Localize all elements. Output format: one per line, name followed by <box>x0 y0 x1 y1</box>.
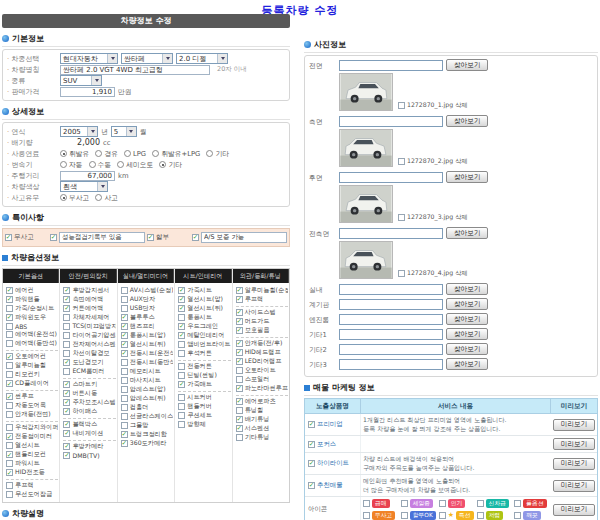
preview-button[interactable]: 미리보기 <box>553 438 595 450</box>
option-checkbox[interactable] <box>178 381 185 388</box>
chevron-down-icon[interactable] <box>91 76 101 85</box>
fuel-radio[interactable] <box>124 150 131 157</box>
transmission-radio[interactable] <box>159 161 166 168</box>
browse-button[interactable]: 찾아보기 <box>446 343 488 355</box>
badge-checkbox[interactable] <box>514 500 521 507</box>
badge-checkbox[interactable] <box>401 500 408 507</box>
browse-button[interactable]: 찾아보기 <box>446 328 488 340</box>
option-checkbox[interactable] <box>178 363 185 370</box>
chevron-down-icon[interactable] <box>126 127 136 136</box>
fuel-radio[interactable] <box>152 150 159 157</box>
option-checkbox[interactable] <box>121 305 128 312</box>
submodel-select[interactable]: 2.0 디젤 <box>176 53 228 64</box>
special-checkbox[interactable] <box>192 234 199 241</box>
special-checkbox[interactable] <box>5 234 12 241</box>
option-checkbox[interactable] <box>6 402 13 409</box>
option-checkbox[interactable] <box>121 431 128 438</box>
option-checkbox[interactable] <box>63 305 70 312</box>
option-checkbox[interactable] <box>121 296 128 303</box>
option-checkbox[interactable] <box>6 424 13 431</box>
accident-radio[interactable] <box>95 194 102 201</box>
option-checkbox[interactable] <box>236 309 243 316</box>
option-checkbox[interactable] <box>178 421 185 428</box>
option-checkbox[interactable] <box>178 372 185 379</box>
fuel-radio[interactable] <box>206 150 213 157</box>
option-checkbox[interactable] <box>6 460 13 467</box>
browse-button[interactable]: 찾아보기 <box>446 59 488 71</box>
transmission-radio[interactable] <box>117 161 124 168</box>
photo-file-input[interactable] <box>339 314 443 325</box>
option-checkbox[interactable] <box>236 416 243 423</box>
option-checkbox[interactable] <box>6 331 13 338</box>
photo-delete-checkbox[interactable] <box>398 214 405 221</box>
marketing-checkbox[interactable] <box>308 460 315 467</box>
option-checkbox[interactable] <box>178 403 185 410</box>
badge-checkbox[interactable] <box>401 512 408 519</box>
transmission-radio[interactable] <box>60 161 67 168</box>
option-checkbox[interactable] <box>63 332 70 339</box>
color-select[interactable]: 흰색 <box>60 181 108 192</box>
photo-delete-checkbox[interactable] <box>398 158 405 165</box>
option-checkbox[interactable] <box>178 296 185 303</box>
option-checkbox[interactable] <box>178 305 185 312</box>
option-checkbox[interactable] <box>63 350 70 357</box>
special-checkbox[interactable] <box>147 234 154 241</box>
option-checkbox[interactable] <box>178 412 185 419</box>
photo-file-input[interactable] <box>339 172 443 183</box>
option-checkbox[interactable] <box>236 376 243 383</box>
option-checkbox[interactable] <box>6 411 13 418</box>
option-checkbox[interactable] <box>63 287 70 294</box>
photo-file-input[interactable] <box>339 299 443 310</box>
option-checkbox[interactable] <box>63 359 70 366</box>
option-checkbox[interactable] <box>6 323 13 330</box>
option-checkbox[interactable] <box>63 368 70 375</box>
option-checkbox[interactable] <box>236 327 243 334</box>
fuel-radio[interactable] <box>95 150 102 157</box>
chevron-down-icon[interactable] <box>217 54 227 63</box>
option-checkbox[interactable] <box>236 349 243 356</box>
badge-checkbox[interactable] <box>363 500 370 507</box>
option-checkbox[interactable] <box>63 296 70 303</box>
option-checkbox[interactable] <box>121 377 128 384</box>
option-checkbox[interactable] <box>178 350 185 357</box>
photo-file-input[interactable] <box>339 344 443 355</box>
option-checkbox[interactable] <box>63 399 70 406</box>
option-checkbox[interactable] <box>121 350 128 357</box>
option-checkbox[interactable] <box>6 353 13 360</box>
option-checkbox[interactable] <box>236 434 243 441</box>
option-checkbox[interactable] <box>121 287 128 294</box>
option-checkbox[interactable] <box>6 380 13 387</box>
option-checkbox[interactable] <box>178 332 185 339</box>
option-checkbox[interactable] <box>236 398 243 405</box>
option-checkbox[interactable] <box>6 393 13 400</box>
option-checkbox[interactable] <box>236 425 243 432</box>
option-checkbox[interactable] <box>6 340 13 347</box>
preview-button[interactable]: 미리보기 <box>553 480 595 492</box>
option-checkbox[interactable] <box>6 433 13 440</box>
option-checkbox[interactable] <box>121 440 128 447</box>
option-checkbox[interactable] <box>6 469 13 476</box>
option-checkbox[interactable] <box>121 386 128 393</box>
photo-delete-checkbox[interactable] <box>398 102 405 109</box>
option-checkbox[interactable] <box>121 422 128 429</box>
photo-file-input[interactable] <box>339 116 443 127</box>
chevron-down-icon[interactable] <box>162 54 172 63</box>
option-checkbox[interactable] <box>236 407 243 414</box>
photo-file-input[interactable] <box>339 60 443 71</box>
year-select[interactable]: 2005 <box>60 126 98 137</box>
browse-button[interactable]: 찾아보기 <box>446 358 488 370</box>
browse-button[interactable]: 찾아보기 <box>446 171 488 183</box>
option-checkbox[interactable] <box>63 421 70 428</box>
photo-file-input[interactable] <box>339 228 443 239</box>
option-checkbox[interactable] <box>236 287 243 294</box>
badge-checkbox[interactable] <box>477 512 484 519</box>
photo-file-input[interactable] <box>339 359 443 370</box>
marketing-checkbox[interactable] <box>308 421 315 428</box>
option-checkbox[interactable] <box>63 452 70 459</box>
option-checkbox[interactable] <box>178 323 185 330</box>
preview-button[interactable]: 미리보기 <box>553 458 595 470</box>
accident-radio[interactable] <box>60 194 67 201</box>
browse-button[interactable]: 찾아보기 <box>446 115 488 127</box>
maker-select[interactable]: 현대자동차 <box>60 53 118 64</box>
browse-button[interactable]: 찾아보기 <box>446 298 488 310</box>
